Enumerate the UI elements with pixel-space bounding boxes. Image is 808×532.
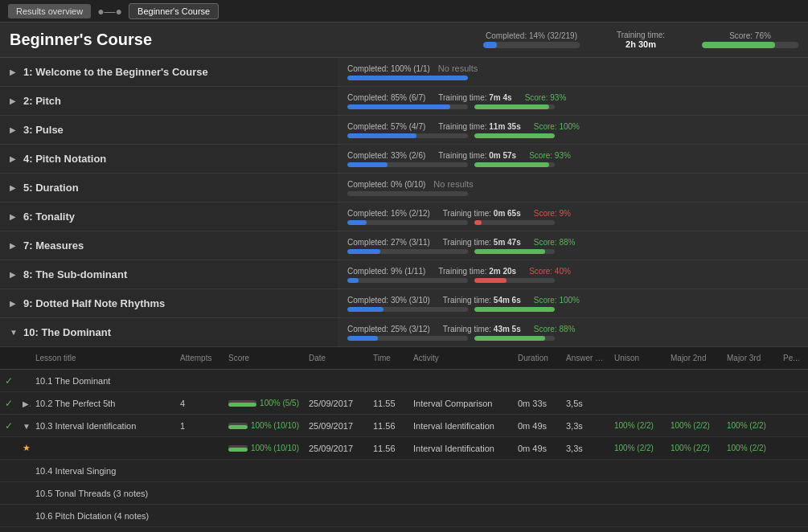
row-toggle[interactable]: ▶	[18, 395, 31, 411]
row-attempts: 4	[175, 395, 224, 411]
row-lesson-name[interactable]: 10.5 Tonal Threads (3 notes)	[31, 485, 175, 501]
row-activity	[408, 378, 513, 384]
row-toggle[interactable]	[18, 378, 31, 384]
table-row[interactable]: ✓ ▶ 10.2 The Perfect 5th 4 100% (5/5) 25…	[0, 392, 808, 415]
course-row-10[interactable]: ▼ 10: The Dominant Completed: 25% (3/12)…	[0, 318, 808, 347]
table-row[interactable]: ✓ ▼ 10.3 Interval Identification 1 100% …	[0, 415, 808, 437]
score-bar-fill	[474, 307, 555, 312]
row-lesson-name[interactable]: 10.1 The Dominant	[31, 373, 175, 389]
row-major3	[722, 513, 778, 519]
course-row-7[interactable]: ▶ 7: Measures Completed: 27% (3/11) Trai…	[0, 231, 808, 260]
course-left-8[interactable]: ▶ 8: The Sub-dominant	[0, 260, 338, 289]
score-value: 100% (10/10)	[251, 444, 299, 452]
row-toggle[interactable]	[18, 468, 31, 474]
course-row-4[interactable]: ▶ 4: Pitch Notation Completed: 33% (2/6)…	[0, 145, 808, 174]
row-extra	[778, 513, 808, 519]
row-major3	[722, 400, 778, 407]
table-row[interactable]: ✓ 10.1 The Dominant	[0, 370, 808, 392]
training-stat: Training time: 2h 30m	[593, 31, 689, 49]
row-time: 11.56	[368, 418, 408, 434]
row-time	[368, 378, 408, 384]
table-row[interactable]: 10.6 Pitch Dictation (4 notes)	[0, 505, 808, 527]
row-check	[0, 513, 18, 519]
row-time: 11.55	[368, 395, 408, 411]
completed-bar	[347, 278, 468, 283]
row-unison: 100% (2/2)	[609, 418, 666, 433]
row-answer-time: 3,5s	[561, 395, 609, 411]
row-major2	[666, 378, 722, 384]
score-text: Score: 93%	[525, 93, 567, 102]
row-toggle-icon[interactable]: ▼	[23, 421, 31, 431]
course-right-8: Completed: 9% (1/11) Training time: 2m 2…	[338, 260, 808, 289]
score-stat: Score: 76%	[702, 31, 798, 48]
completed-bar-fill	[347, 133, 416, 138]
course-row-5[interactable]: ▶ 5: Duration Completed: 0% (0/10) No re…	[0, 174, 808, 203]
score-bar-fill	[474, 249, 545, 254]
course-row-3[interactable]: ▶ 3: Pulse Completed: 57% (4/7) Training…	[0, 116, 808, 145]
course-left-1[interactable]: ▶ 1: Welcome to the Beginner's Course	[0, 58, 338, 86]
course-left-9[interactable]: ▶ 9: Dotted Half Note Rhythms	[0, 289, 338, 317]
row-major3	[722, 490, 778, 497]
expanded-course-10: Lesson title Attempts Score Date Time Ac…	[0, 347, 808, 532]
course-left-10[interactable]: ▼ 10: The Dominant	[0, 318, 338, 346]
row-toggle[interactable]	[18, 490, 31, 497]
row-time	[368, 513, 408, 519]
row-unison: 100% (2/2)	[609, 440, 666, 456]
row-toggle[interactable]: ▼	[18, 418, 31, 434]
row-toggle-icon[interactable]: ▶	[23, 399, 31, 408]
row-lesson-name[interactable]: 10.6 Pitch Dictation (4 notes)	[31, 508, 175, 524]
course-name: 7: Measures	[23, 239, 84, 252]
row-extra	[778, 423, 808, 429]
row-duration: 0m 33s	[513, 395, 561, 411]
table-row[interactable]: ★ 100% (10/10) 25/09/2017 11.56 Interval…	[0, 437, 808, 460]
row-lesson-name[interactable]: 10.4 Interval Singing	[31, 463, 175, 479]
training-text: Training time: 0m 65s	[443, 209, 521, 218]
row-answer-time	[561, 378, 609, 384]
course-left-6[interactable]: ▶ 6: Tonality	[0, 203, 338, 231]
score-bar-fill	[474, 220, 482, 225]
course-name: 3: Pulse	[23, 124, 64, 136]
th-activity: Activity	[408, 350, 513, 366]
th-answer-time: Answer ti...	[561, 350, 609, 366]
score-text: Score: 40%	[529, 267, 571, 276]
score-value: 100% (5/5)	[260, 399, 299, 407]
completed-text: Completed: 16% (2/12)	[347, 209, 430, 218]
course-row-6[interactable]: ▶ 6: Tonality Completed: 16% (2/12) Trai…	[0, 203, 808, 231]
course-left-5[interactable]: ▶ 5: Duration	[0, 174, 338, 202]
row-lesson-name[interactable]: 10.2 The Perfect 5th	[31, 395, 175, 411]
row-lesson-name[interactable]: 10.3 Interval Identification	[31, 418, 175, 434]
course-name: 2: Pitch	[23, 95, 61, 107]
course-row-8[interactable]: ▶ 8: The Sub-dominant Completed: 9% (1/1…	[0, 260, 808, 289]
row-toggle[interactable]	[18, 513, 31, 519]
row-major2: 100% (2/2)	[666, 440, 722, 456]
row-date	[304, 378, 368, 384]
row-extra	[778, 490, 808, 497]
course-left-4[interactable]: ▶ 4: Pitch Notation	[0, 145, 338, 173]
score-bar	[474, 278, 555, 283]
completed-text: Completed: 0% (0/10)	[347, 180, 425, 189]
course-row-2[interactable]: ▶ 2: Pitch Completed: 85% (6/7) Training…	[0, 87, 808, 116]
th-attempts: Attempts	[175, 350, 224, 366]
table-row[interactable]: 10.7 Pitch Dictation (5 notes)	[0, 527, 808, 532]
table-row[interactable]: 10.5 Tonal Threads (3 notes)	[0, 482, 808, 505]
row-toggle[interactable]: ★	[18, 440, 31, 456]
completed-bar-fill	[347, 220, 367, 225]
th-major3: Major 3rd	[722, 350, 778, 366]
row-lesson-name[interactable]	[31, 445, 175, 452]
course-name: 1: Welcome to the Beginner's Course	[23, 66, 208, 78]
row-date: 25/09/2017	[304, 440, 368, 456]
course-row-1[interactable]: ▶ 1: Welcome to the Beginner's Course Co…	[0, 58, 808, 87]
course-left-3[interactable]: ▶ 3: Pulse	[0, 116, 338, 144]
breadcrumb-bar: Results overview ●—● Beginner's Course	[0, 0, 808, 23]
course-left-2[interactable]: ▶ 2: Pitch	[0, 87, 338, 115]
score-bar-bg	[228, 423, 248, 429]
table-row[interactable]: 10.4 Interval Singing	[0, 460, 808, 482]
breadcrumb-back-button[interactable]: Results overview	[8, 4, 91, 18]
completed-bar	[347, 249, 468, 254]
row-extra	[778, 400, 808, 407]
row-unison	[609, 400, 666, 407]
course-row-9[interactable]: ▶ 9: Dotted Half Note Rhythms Completed:…	[0, 289, 808, 318]
score-text: Score: 93%	[529, 151, 571, 160]
page-header: Beginner's Course Completed: 14% (32/219…	[0, 23, 808, 58]
course-left-7[interactable]: ▶ 7: Measures	[0, 231, 338, 260]
